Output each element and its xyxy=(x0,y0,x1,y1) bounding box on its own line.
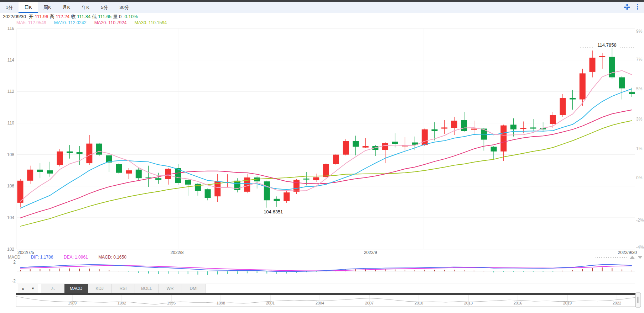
svg-text:-2: -2 xyxy=(12,278,16,283)
svg-text:7%: 7% xyxy=(636,57,643,62)
indicator-tab-bar: ▲ ▼ 无MACDKDJRSIBOLLWRDMI xyxy=(18,284,206,293)
macd-value: MACD: 0.1650 xyxy=(98,255,126,260)
navigator-right-handle[interactable] xyxy=(635,293,641,307)
svg-text:2022/9/30: 2022/9/30 xyxy=(618,250,637,255)
ma10-line xyxy=(20,89,632,208)
indicator-tab-1[interactable]: MACD xyxy=(64,284,88,293)
dif-value: DIF: 1.1786 xyxy=(31,255,53,260)
svg-text:102: 102 xyxy=(7,247,14,252)
indicator-tab-2[interactable]: KDJ xyxy=(88,284,111,293)
svg-text:5%: 5% xyxy=(636,86,643,91)
panel-up-button[interactable]: ▲ xyxy=(18,284,28,293)
navigator-range-bar xyxy=(16,293,635,295)
navigator-sparkline xyxy=(16,296,635,304)
chart-canvas[interactable]: 1161141121101081061041029%7%5%3%1%0%-2%-… xyxy=(0,0,644,313)
svg-text:114: 114 xyxy=(7,58,14,63)
svg-text:-2%: -2% xyxy=(636,218,644,223)
svg-text:9%: 9% xyxy=(636,29,643,34)
indicator-tab-5[interactable]: WR xyxy=(159,284,182,293)
svg-text:-4%: -4% xyxy=(636,245,644,250)
macd-title: MACD xyxy=(8,255,20,260)
svg-text:106: 106 xyxy=(7,184,14,189)
svg-text:116: 116 xyxy=(7,26,14,31)
indicator-tab-4[interactable]: BOLL xyxy=(135,284,159,293)
navigator-year-label: 1995 xyxy=(167,301,176,305)
svg-text:108: 108 xyxy=(7,152,14,157)
svg-text:2022/7/5: 2022/7/5 xyxy=(17,250,34,255)
svg-text:2: 2 xyxy=(13,260,16,265)
svg-text:1%: 1% xyxy=(636,146,643,151)
low-annotation: 104.6351 xyxy=(264,209,283,214)
price-annotations: 114.7858104.6351 xyxy=(264,42,635,214)
panel-down-button[interactable]: ▼ xyxy=(28,284,38,293)
panel-updown-control: ▲ ▼ xyxy=(18,284,38,293)
navigator-year-label: 2022 xyxy=(613,301,621,305)
navigator-year-label: 2007 xyxy=(365,301,374,305)
svg-text:0%: 0% xyxy=(636,175,643,180)
indicator-tab-6[interactable]: DMI xyxy=(182,284,206,293)
navigator-year-label: 2016 xyxy=(514,301,522,305)
macd-panel: 2-2 xyxy=(12,256,643,284)
timeline-navigator[interactable]: 1989199219951998200120042007201020132016… xyxy=(16,293,641,307)
svg-text:2022/9: 2022/9 xyxy=(364,250,377,255)
macd-legend: MACD DIF: 1.1786 DEA: 1.0961 MACD: 0.165… xyxy=(8,255,136,260)
high-annotation: 114.7858 xyxy=(597,42,616,48)
indicator-tab-0[interactable]: 无 xyxy=(41,284,64,293)
navigator-year-label: 2004 xyxy=(316,301,324,305)
trading-chart-window: 1分日K周K月K年K5分30分 2022/09/30 开111.96高112.2… xyxy=(0,0,644,313)
indicator-tab-3[interactable]: RSI xyxy=(111,284,135,293)
dea-value: DEA: 1.0961 xyxy=(64,255,88,260)
panel-expand-icon[interactable] xyxy=(630,256,635,259)
svg-text:112: 112 xyxy=(7,89,14,94)
panel-collapse-icon[interactable] xyxy=(638,256,643,259)
navigator-year-label: 1992 xyxy=(118,301,126,305)
svg-text:104: 104 xyxy=(7,215,14,220)
svg-text:2022/8: 2022/8 xyxy=(171,250,184,255)
svg-text:110: 110 xyxy=(7,121,14,126)
svg-text:3%: 3% xyxy=(636,117,643,122)
main-grid: 1161141121101081061041029%7%5%3%1%0%-2%-… xyxy=(7,26,644,255)
